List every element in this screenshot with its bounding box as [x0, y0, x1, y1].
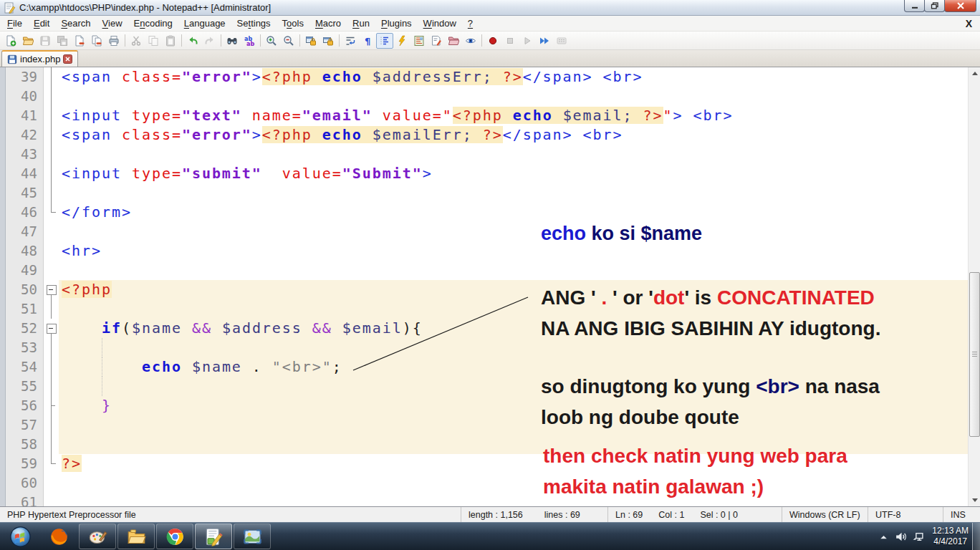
new-file-button[interactable] [2, 33, 19, 49]
taskbar: 12:13 AM 4/4/2017 [0, 522, 980, 550]
chrome-taskbar-button[interactable] [156, 524, 193, 549]
cut-button[interactable] [128, 33, 145, 49]
save-button[interactable] [37, 33, 54, 49]
function-completion-button[interactable] [393, 33, 410, 49]
sync-horizontal-button[interactable] [320, 33, 337, 49]
show-indent-guide-button[interactable] [376, 33, 393, 49]
menu-edit[interactable]: Edit [28, 16, 55, 30]
save-all-button[interactable] [54, 33, 71, 49]
word-wrap-button[interactable] [342, 33, 359, 49]
menu-tools[interactable]: Tools [277, 16, 309, 30]
undo-button[interactable] [184, 33, 201, 49]
minimize-button[interactable] [904, 0, 925, 12]
menu-window[interactable]: Window [418, 16, 462, 30]
sync-vertical-button[interactable] [302, 33, 320, 49]
firefox-icon [49, 527, 69, 546]
close-all-button[interactable] [88, 33, 105, 49]
menu-search[interactable]: Search [55, 16, 96, 30]
toolbar-separator [260, 34, 261, 47]
clock[interactable]: 12:13 AM 4/4/2017 [932, 526, 969, 547]
menu-file[interactable]: File [1, 16, 28, 30]
code-line-39[interactable]: 39<span class="error"><?php echo $addres… [0, 67, 980, 87]
bookmark-margin [0, 357, 6, 377]
document-map-button[interactable] [410, 33, 428, 49]
close-button[interactable] [944, 0, 976, 12]
photo-viewer-taskbar-button[interactable] [234, 524, 271, 549]
macro-record-button[interactable] [484, 33, 501, 49]
firefox-taskbar-button[interactable] [40, 524, 77, 549]
code-line-41[interactable]: 41<input type="text" name="email" value=… [0, 106, 980, 125]
code-line-44[interactable]: 44<input type="submit" value="Submit"> [0, 164, 980, 183]
line-number: 41 [6, 106, 44, 125]
fold-margin [44, 125, 59, 145]
menu-view[interactable]: View [97, 16, 128, 30]
code-line-47[interactable]: 47 [0, 222, 980, 241]
tab-index-php[interactable]: index.php [1, 50, 78, 67]
code-text [59, 145, 980, 164]
replace-button[interactable]: abab [241, 33, 258, 49]
menu-encoding[interactable]: Encoding [128, 16, 178, 30]
menu-language[interactable]: Language [178, 16, 231, 30]
menu-plugins[interactable]: Plugins [375, 16, 418, 30]
fold-toggle-icon[interactable] [44, 280, 59, 299]
status-ln: Ln : 69 [615, 510, 643, 520]
menu-settings[interactable]: Settings [231, 16, 277, 30]
fold-toggle-icon[interactable] [44, 319, 59, 338]
redo-icon [204, 35, 216, 47]
code-line-45[interactable]: 45 [0, 183, 980, 203]
zoom-in-button[interactable] [263, 33, 280, 49]
toolbar-separator [299, 34, 300, 47]
paint-taskbar-button[interactable] [79, 524, 116, 549]
start-button[interactable] [1, 524, 39, 549]
fold-margin [44, 67, 59, 87]
show-desktop-button[interactable] [972, 523, 980, 550]
window-title: C:\xampp\htdocs\PHP\index.php - Notepad+… [19, 2, 271, 13]
show-all-characters-button[interactable]: ¶ [359, 33, 376, 49]
scroll-up-arrow[interactable] [969, 67, 980, 79]
menu-help[interactable]: ? [462, 16, 479, 30]
restore-button[interactable] [924, 0, 945, 12]
volume-tray-icon[interactable] [895, 531, 907, 543]
code-line-48[interactable]: 48<hr> [0, 241, 980, 261]
macro-save-button[interactable] [553, 33, 570, 49]
code-line-40[interactable]: 40 [0, 87, 980, 106]
close-file-button[interactable] [71, 33, 88, 49]
windows-explorer-taskbar-button[interactable] [117, 524, 155, 549]
code-line-46[interactable]: 46</form> [0, 203, 980, 222]
line-number: 57 [6, 415, 44, 435]
code-line-43[interactable]: 43 [0, 145, 980, 164]
menu-macro[interactable]: Macro [309, 16, 347, 30]
print-button[interactable] [105, 33, 123, 49]
notepad-plus-plus-taskbar-button[interactable] [195, 524, 232, 549]
network-tray-icon[interactable] [912, 531, 924, 543]
toolbar-separator [181, 34, 182, 47]
macro-record-icon [487, 35, 499, 47]
folder-as-workspace-button[interactable] [445, 33, 462, 49]
tab-close-icon[interactable] [63, 54, 72, 64]
code-line-49[interactable]: 49 [0, 261, 980, 280]
paste-button[interactable] [162, 33, 179, 49]
code-line-42[interactable]: 42<span class="error"><?php echo $emailE… [0, 125, 980, 145]
line-number: 46 [6, 203, 44, 222]
find-button[interactable] [224, 33, 241, 49]
redo-button[interactable] [201, 33, 218, 49]
scrollbar-thumb[interactable] [969, 272, 980, 437]
sync-horizontal-icon [322, 35, 334, 47]
vertical-scrollbar[interactable] [968, 67, 980, 506]
macro-run-multiple-button[interactable] [536, 33, 553, 49]
hidden-icons-tray-icon[interactable] [878, 531, 890, 543]
close-document-x[interactable]: X [966, 18, 972, 29]
open-file-button[interactable] [19, 33, 37, 49]
editor[interactable]: 39<span class="error"><?php echo $addres… [0, 67, 980, 506]
function-list-button[interactable] [428, 33, 445, 49]
chrome-icon [165, 527, 185, 546]
menu-run[interactable]: Run [347, 16, 375, 30]
macro-play-button[interactable] [519, 33, 536, 49]
copy-button[interactable] [145, 33, 162, 49]
monitoring-button[interactable] [462, 33, 479, 49]
scroll-down-arrow[interactable] [969, 494, 980, 506]
toolbar-separator [481, 34, 482, 47]
bookmark-margin [0, 241, 6, 261]
macro-stop-button[interactable] [501, 33, 519, 49]
zoom-out-button[interactable] [280, 33, 297, 49]
